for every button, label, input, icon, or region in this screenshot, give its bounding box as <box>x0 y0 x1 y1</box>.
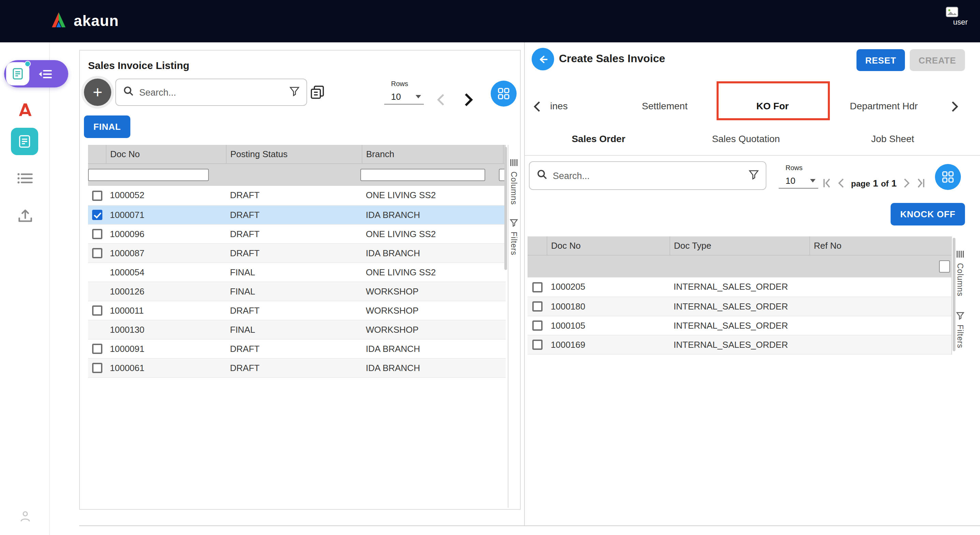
rows-per-page-select[interactable]: Rows 10 <box>384 80 424 105</box>
checkbox-cell[interactable] <box>88 339 106 358</box>
col-posting-status[interactable]: Posting Status <box>226 145 362 163</box>
knockoff-row[interactable]: 1000169INTERNAL_SALES_ORDER <box>528 335 951 354</box>
row-checkbox[interactable] <box>92 305 102 316</box>
doc-no-filter-input[interactable] <box>88 168 209 181</box>
pdf-icon[interactable] <box>0 101 50 118</box>
sales-invoice-app-button[interactable] <box>11 128 38 155</box>
col-branch[interactable]: Branch <box>362 145 503 163</box>
row-checkbox[interactable] <box>532 282 542 292</box>
invoice-row[interactable]: 1000052DRAFTONE LIVING SS2 <box>88 186 506 205</box>
invoice-row[interactable]: 1000071DRAFTIDA BRANCHSi <box>88 205 506 224</box>
select-all-header[interactable] <box>528 236 547 255</box>
subtab-sales-quotation[interactable]: Sales Quotation <box>712 133 780 144</box>
checkbox-cell[interactable] <box>528 335 547 354</box>
checkbox-cell[interactable] <box>528 278 547 297</box>
reset-button[interactable]: RESET <box>856 49 905 71</box>
akaun-logo[interactable]: akaun <box>50 0 119 42</box>
upload-icon[interactable] <box>0 209 50 223</box>
user-avatar[interactable]: user <box>945 7 968 26</box>
copy-pages-icon[interactable] <box>309 84 326 103</box>
row-checkbox[interactable] <box>532 340 542 350</box>
checkbox-cell[interactable] <box>88 358 106 377</box>
tab-lines[interactable]: ines <box>550 101 568 111</box>
grid-view-button[interactable] <box>491 81 517 107</box>
invoice-row[interactable]: 1000061DRAFTIDA BRANCHJo <box>88 358 506 377</box>
grid-view-button[interactable] <box>935 164 961 190</box>
invoice-row[interactable]: 1000054FINALONE LIVING SS2 <box>88 262 506 281</box>
knockoff-search-input[interactable] <box>553 171 743 181</box>
footer-icon[interactable] <box>0 510 50 523</box>
tab-department-hdr[interactable]: Department Hdr <box>850 101 918 111</box>
knockoff-row[interactable]: 1000180INTERNAL_SALES_ORDER <box>528 297 951 316</box>
filters-toggle[interactable]: Filters <box>956 311 964 348</box>
scrollbar-thumb[interactable] <box>504 147 507 270</box>
knockoff-row[interactable]: 1000105INTERNAL_SALES_ORDER <box>528 316 951 335</box>
invoice-row[interactable]: 1000091DRAFTIDA BRANCHwa <box>88 339 506 358</box>
create-button[interactable]: CREATE <box>910 49 965 71</box>
last-page-button[interactable] <box>916 178 925 188</box>
next-page-button[interactable] <box>903 178 910 188</box>
row-checkbox[interactable] <box>532 301 542 311</box>
knockoff-table-body: 1000205INTERNAL_SALES_ORDER1000180INTERN… <box>528 278 951 354</box>
rows-per-page-select[interactable]: Rows 10 <box>779 164 818 188</box>
checkbox-cell[interactable] <box>88 224 106 243</box>
col-doc-type[interactable]: Doc Type <box>670 236 810 255</box>
filter-funnel-icon[interactable] <box>290 86 300 99</box>
branch-filter-input[interactable] <box>360 168 485 181</box>
checkbox-cell[interactable] <box>88 243 106 262</box>
invoice-row[interactable]: 1000130FINALWORKSHOPte <box>88 320 506 339</box>
col-doc-no[interactable]: Doc No <box>106 145 226 163</box>
invoice-row[interactable]: 1000087DRAFTIDA BRANCHwa <box>88 243 506 262</box>
ref-no-filter-input[interactable] <box>939 260 950 272</box>
knock-off-button[interactable]: KNOCK OFF <box>891 203 965 225</box>
row-checkbox[interactable] <box>92 210 102 220</box>
row-checkbox[interactable] <box>532 321 542 331</box>
filter-funnel-icon[interactable] <box>749 169 759 182</box>
row-checkbox[interactable] <box>92 363 102 373</box>
row-checkbox[interactable] <box>92 344 102 354</box>
knockoff-row[interactable]: 1000205INTERNAL_SALES_ORDER <box>528 278 951 297</box>
tabs-scroll-right[interactable] <box>951 101 959 113</box>
checkbox-cell[interactable] <box>88 186 106 205</box>
first-page-button[interactable] <box>822 178 831 188</box>
invoice-row[interactable]: 1000096DRAFTONE LIVING SS2Re <box>88 224 506 243</box>
checkbox-cell[interactable] <box>528 297 547 316</box>
back-button[interactable] <box>531 48 554 70</box>
row-checkbox[interactable] <box>92 248 102 258</box>
invoice-row[interactable]: 1000126FINALWORKSHOPwa <box>88 281 506 301</box>
search-icon <box>123 85 134 99</box>
checkbox-cell[interactable] <box>528 316 547 335</box>
cell-customer: Jo <box>503 358 506 377</box>
row-checkbox[interactable] <box>92 229 102 239</box>
columns-toggle[interactable]: Columns <box>510 158 518 205</box>
invoice-row[interactable]: 1000011DRAFTWORKSHOPKa <box>88 301 506 320</box>
prev-page-button[interactable] <box>436 93 445 107</box>
list-icon[interactable] <box>0 172 50 184</box>
row-checkbox[interactable] <box>92 191 102 201</box>
invoice-table: Doc No Posting Status Branch Cu 1000052D… <box>88 145 506 377</box>
select-all-header[interactable] <box>88 145 106 163</box>
checkbox-cell[interactable] <box>88 205 106 224</box>
subtab-job-sheet[interactable]: Job Sheet <box>871 133 914 144</box>
tab-settlement[interactable]: Settlement <box>642 101 687 111</box>
scrollbar-thumb[interactable] <box>953 238 955 351</box>
filter-row <box>88 163 506 186</box>
col-ref-no[interactable]: Ref No <box>810 236 951 255</box>
app-switcher-pill[interactable] <box>4 60 68 88</box>
rows-value: 10 <box>391 91 401 102</box>
cell-doc-no: 1000126 <box>106 281 226 301</box>
col-doc-no[interactable]: Doc No <box>547 236 670 255</box>
columns-toggle[interactable]: Columns <box>956 250 964 297</box>
final-button[interactable]: FINAL <box>84 115 130 138</box>
invoice-search-input[interactable] <box>139 87 284 97</box>
subtab-sales-order[interactable]: Sales Order <box>571 133 625 144</box>
cell-branch: WORKSHOP <box>362 320 503 339</box>
tabs-scroll-left[interactable] <box>533 101 541 113</box>
filters-toggle[interactable]: Filters <box>510 219 518 256</box>
next-page-button[interactable] <box>463 92 474 107</box>
prev-page-button[interactable] <box>837 178 845 188</box>
add-invoice-button[interactable]: + <box>84 78 111 106</box>
cell-posting-status: DRAFT <box>226 339 362 358</box>
filter-row <box>528 255 951 278</box>
checkbox-cell[interactable] <box>88 301 106 320</box>
